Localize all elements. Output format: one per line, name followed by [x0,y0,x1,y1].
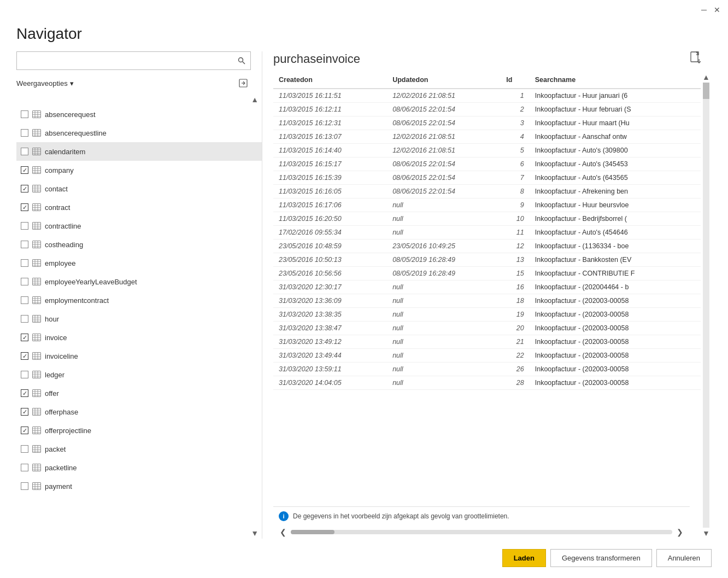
v-scrollbar-track[interactable] [703,83,709,528]
list-item[interactable]: absencerequestline [16,124,262,142]
v-scroll-up-button[interactable]: ▲ [702,72,710,83]
h-scroll-right-button[interactable]: ❯ [676,528,684,536]
h-scrollbar-track[interactable] [291,530,672,534]
list-item-checkbox[interactable] [21,222,28,230]
table-cell: 23/05/2016 10:48:59 [273,240,387,253]
table-cell: 1 [501,89,529,103]
list-item[interactable]: contract [16,198,262,217]
h-scroll-left-button[interactable]: ❮ [279,528,287,536]
list-item[interactable]: packetline [16,458,262,477]
list-item-checkbox[interactable] [21,464,28,471]
list-item-checkbox[interactable] [21,296,28,304]
info-bar: i De gegevens in het voorbeeld zijn afge… [273,506,690,526]
table-icon [32,277,42,287]
load-button[interactable]: Laden [502,549,546,567]
load-icon-button[interactable] [236,75,251,91]
list-item[interactable]: hour [16,310,262,328]
table-cell: 12/02/2016 21:08:51 [387,144,501,157]
list-item[interactable]: offerphase [16,402,262,421]
vertical-scrollbar: ▲ ▼ [701,72,712,539]
table-cell: 08/05/2019 16:28:49 [387,253,501,267]
v-scrollbar-thumb[interactable] [703,83,709,99]
table-cell: 11/03/2015 16:20:50 [273,212,387,226]
list-item-checkbox[interactable] [21,129,28,137]
list-item-checkbox[interactable] [21,334,28,341]
list-item[interactable]: packet [16,440,262,458]
table-cell: null [387,212,501,226]
list-item-checkbox[interactable] [21,148,28,155]
cancel-button[interactable]: Annuleren [656,549,712,567]
list-item[interactable]: offer [16,384,262,402]
table-row: 31/03/2020 13:49:12null21Inkoopfactuur -… [273,335,701,349]
search-input[interactable] [17,52,233,69]
table-icon [32,370,42,380]
data-table-scroll[interactable]: CreatedonUpdatedonIdSearchname 11/03/201… [273,72,701,506]
list-item-label: employmentcontract [45,296,109,305]
table-cell: 31/03/2020 13:49:12 [273,335,387,349]
list-item[interactable]: contractline [16,217,262,235]
list-scroll-down-button[interactable]: ▼ [250,528,260,539]
list-item-checkbox[interactable] [21,166,28,174]
list-item[interactable]: invoice [16,328,262,347]
list-item[interactable]: contact [16,179,262,198]
list-item[interactable]: employeeYearlyLeaveBudget [16,272,262,291]
list-item[interactable]: employee [16,254,262,272]
info-text: De gegevens in het voorbeeld zijn afgeka… [293,512,509,520]
list-item[interactable]: invoiceline [16,347,262,365]
table-cell: null [387,335,501,349]
view-options-button[interactable]: Weergaveopties ▾ [16,79,74,87]
table-row: 11/03/2015 16:11:5112/02/2016 21:08:511I… [273,89,701,103]
list-item[interactable]: offerprojectline [16,421,262,440]
list-item[interactable]: calendaritem [16,142,262,161]
close-button[interactable]: ✕ [713,5,721,14]
list-scroll-up-button[interactable]: ▲ [250,94,260,105]
table-cell: Inkoopfactuur - Auto's (454646 [530,226,701,240]
preview-export-button[interactable] [690,51,701,66]
search-button[interactable] [233,52,250,69]
list-item-checkbox[interactable] [21,185,28,192]
list-item[interactable]: company [16,161,262,179]
table-row: 31/03/2020 14:04:05null28Inkoopfactuur -… [273,376,701,390]
list-item-checkbox[interactable] [21,445,28,453]
list-item-checkbox[interactable] [21,408,28,416]
v-scroll-down-button[interactable]: ▼ [702,528,710,539]
table-icon [32,332,42,342]
preview-title: purchaseinvoice [273,52,360,66]
list-item-checkbox[interactable] [21,110,28,118]
nav-list-scroll[interactable]: absencerequest absencerequestline calend… [16,105,262,528]
table-icon [32,388,42,398]
data-table: CreatedonUpdatedonIdSearchname 11/03/201… [273,72,701,390]
table-cell: 4 [501,130,529,144]
list-item-checkbox[interactable] [21,203,28,211]
list-item-checkbox[interactable] [21,389,28,397]
list-item-checkbox[interactable] [21,259,28,267]
main-layout: Weergaveopties ▾ ▲ [0,51,728,539]
list-item-checkbox[interactable] [21,371,28,378]
list-item[interactable]: absencerequest [16,105,262,124]
list-item[interactable]: costheading [16,235,262,254]
list-item-checkbox[interactable] [21,241,28,248]
list-item[interactable]: employmentcontract [16,291,262,310]
svg-rect-10 [33,130,41,137]
list-item[interactable]: ledger [16,365,262,384]
nav-list-container: ▲ absencerequest absencerequestline [16,94,262,539]
table-cell: Inkoopfactuur - (202003-00058 [530,363,701,376]
table-cell: 11 [501,226,529,240]
table-cell: 12/02/2016 21:08:51 [387,130,501,144]
table-cell: Inkoopfactuur - (202003-00058 [530,376,701,390]
list-item-checkbox[interactable] [21,278,28,285]
list-item[interactable]: payment [16,477,262,495]
transform-button[interactable]: Gegevens transformeren [550,549,652,567]
list-item-checkbox[interactable] [21,482,28,490]
table-cell: null [387,363,501,376]
list-item-checkbox[interactable] [21,352,28,360]
table-cell: 11/03/2015 16:12:31 [273,116,387,130]
list-scroll-down-area: ▼ [16,528,262,539]
table-cell: 11/03/2015 16:12:11 [273,103,387,116]
list-item-label: calendaritem [45,148,85,156]
svg-rect-64 [33,297,41,304]
h-scrollbar-thumb[interactable] [291,530,334,534]
minimize-button[interactable]: ─ [700,5,708,14]
list-item-checkbox[interactable] [21,315,28,323]
list-item-checkbox[interactable] [21,427,28,434]
